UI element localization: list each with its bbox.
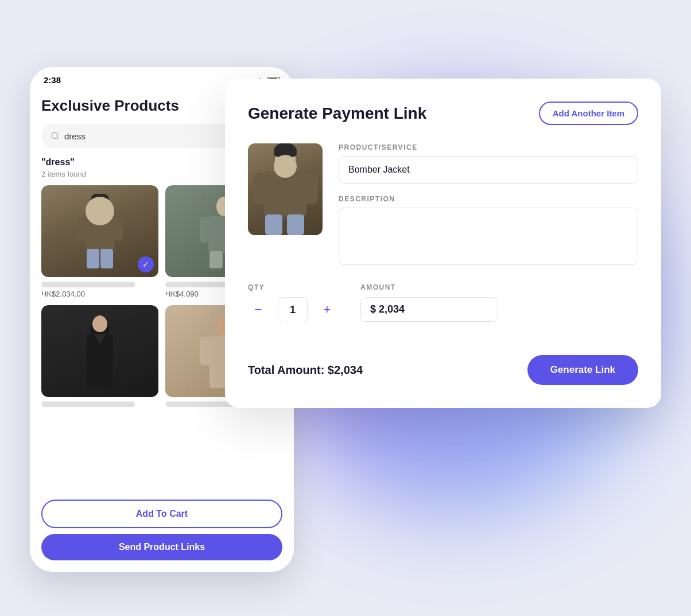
payment-header: Generate Payment Link Add Another Item — [248, 102, 638, 125]
svg-rect-12 — [100, 249, 113, 268]
amount-input[interactable] — [360, 297, 498, 322]
svg-rect-35 — [265, 215, 282, 235]
svg-rect-17 — [209, 251, 223, 268]
qty-increase-button[interactable]: + — [317, 299, 337, 320]
payment-body: PRODUCT/SERVICE DESCRIPTION — [248, 143, 638, 267]
qty-decrease-button[interactable]: − — [248, 299, 269, 320]
svg-point-21 — [92, 316, 107, 332]
qty-section: QTY − + — [248, 283, 337, 322]
selected-badge-1: ✓ — [138, 256, 154, 272]
product-service-input[interactable] — [339, 156, 638, 184]
time-display: 2:38 — [44, 75, 61, 85]
product-name-bar-4 — [165, 401, 235, 407]
add-to-cart-button[interactable]: Add To Cart — [41, 500, 282, 528]
product-image-3 — [41, 305, 158, 397]
description-textarea[interactable] — [339, 208, 638, 265]
add-another-item-button[interactable]: Add Another Item — [539, 102, 638, 125]
generate-link-button[interactable]: Generate Link — [527, 355, 638, 385]
svg-rect-34 — [304, 173, 318, 204]
send-product-links-button[interactable]: Send Product Links — [41, 534, 282, 560]
svg-point-5 — [91, 194, 109, 206]
product-image-1: ✓ — [41, 185, 158, 277]
svg-line-3 — [57, 138, 59, 139]
qty-input[interactable] — [278, 297, 308, 322]
product-form: PRODUCT/SERVICE DESCRIPTION — [339, 143, 638, 267]
svg-rect-9 — [77, 217, 87, 241]
svg-rect-6 — [91, 200, 109, 204]
svg-rect-15 — [200, 217, 210, 243]
payment-footer: Total Amount: $2,034 Generate Link — [248, 341, 638, 385]
svg-rect-7 — [86, 216, 114, 250]
svg-rect-10 — [112, 217, 123, 241]
product-price-1: HK$2,034.00 — [41, 290, 158, 298]
total-amount-label: Total Amount: $2,034 — [248, 364, 363, 377]
product-preview-image — [248, 143, 323, 235]
svg-rect-30 — [274, 151, 297, 157]
bomber-person-figure — [74, 194, 126, 268]
product-name-bar-3 — [41, 401, 135, 407]
payment-title: Generate Payment Link — [248, 104, 426, 123]
svg-rect-26 — [200, 337, 211, 365]
amount-section: AMOUNT — [360, 283, 498, 322]
svg-rect-36 — [287, 215, 304, 235]
search-icon — [51, 131, 60, 141]
amount-label: AMOUNT — [360, 283, 498, 291]
description-label: DESCRIPTION — [339, 195, 638, 203]
svg-rect-33 — [253, 173, 266, 204]
svg-rect-11 — [87, 249, 99, 268]
svg-point-2 — [52, 132, 58, 139]
qty-controls: − + — [248, 297, 337, 322]
preview-person-figure — [248, 143, 323, 235]
phone-title: Exclusive Products — [41, 97, 179, 115]
product-card-1[interactable]: ✓ HK$2,034.00 — [41, 185, 158, 298]
phone-bottom-buttons: Add To Cart Send Product Links — [30, 493, 294, 572]
svg-marker-8 — [96, 216, 104, 224]
svg-point-4 — [92, 196, 108, 217]
product-service-label: PRODUCT/SERVICE — [339, 143, 638, 151]
qty-label: QTY — [248, 283, 337, 291]
dress1-person-figure — [74, 314, 126, 388]
payment-card: Generate Payment Link Add Another Item — [225, 79, 661, 408]
qty-amount-row: QTY − + AMOUNT — [248, 283, 638, 322]
product-card-3[interactable] — [41, 305, 158, 410]
product-name-bar-1 — [41, 282, 135, 287]
